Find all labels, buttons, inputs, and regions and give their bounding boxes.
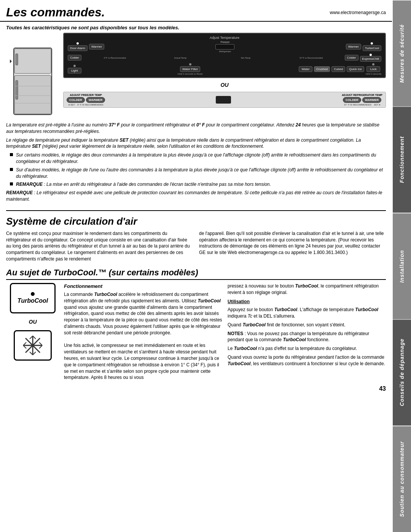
website-url: www.electromenagersge.ca xyxy=(330,10,386,15)
desc-para-1: La temperature est pré-réglée à l'usine … xyxy=(6,122,386,135)
refrig-warmer-btn[interactable]: WARMER xyxy=(362,97,381,103)
set-temp-label: Set Temp xyxy=(214,57,278,59)
turbocool-right: Fonctionnement La commande TurboCool acc… xyxy=(64,283,386,381)
right-tabs: Mesures de sécurité Fonctionnement Insta… xyxy=(393,0,411,532)
bullet-item-1: Sur certains modèles, le réglage des deu… xyxy=(6,152,386,165)
turbocool-icon-box xyxy=(14,330,52,361)
freezer-warmer-btn[interactable]: WARMER xyxy=(86,97,105,103)
light-btn[interactable]: Light xyxy=(68,68,81,73)
colder-btn-2[interactable]: Colder xyxy=(345,55,358,61)
svg-point-21 xyxy=(31,344,34,347)
main-content: Les commandes. www.electromenagersge.ca … xyxy=(0,0,392,395)
tab-soutien-label: Soutien au consommateur xyxy=(399,441,405,517)
cp-row-1: Door Alarm Warmer Freezer Refrigerator W… xyxy=(68,41,381,53)
page-title: Les commandes. xyxy=(6,5,105,19)
freezer-colder-btn[interactable]: COLDER xyxy=(67,97,85,103)
turbocool-right-cols: Fonctionnement La commande TurboCool acc… xyxy=(64,283,386,381)
freezer-adjust-label: ADJUST FREEZER TEMP xyxy=(70,94,102,96)
water-btn[interactable]: Water xyxy=(299,66,312,72)
adjust-temp-label: Adjust Temperature xyxy=(68,36,381,40)
warmer-btn-1[interactable]: Warmer xyxy=(89,44,104,50)
page-subtitle: Toutes les caractéristiques ne sont pas … xyxy=(0,22,392,33)
bullet-square-1 xyxy=(10,153,13,156)
right-col-text-2: Appuyez sur le bouton TurboCool. L'affic… xyxy=(228,307,386,320)
cp-row-2: Colder 0°F is Recommended Actual Temp Se… xyxy=(68,54,381,62)
right-col-text-1: pressez à nouveau sur le bouton TurboCoo… xyxy=(228,283,386,296)
zero-f-label: 0°F is Recommended xyxy=(83,57,147,59)
refrigerator-btns: COLDER WARMER xyxy=(343,97,381,103)
fonct-text-2: Une fois activé, le compresseur se met i… xyxy=(64,342,222,381)
cp-row-3: Light Water Filter Hold 3 seconds to Res… xyxy=(68,63,381,75)
fonct-text: La commande TurboCool accélère le refroi… xyxy=(64,291,222,336)
utilisation-title: Utilisation xyxy=(228,299,386,305)
tab-installation[interactable]: Installation xyxy=(393,213,411,319)
freezer-display-2 xyxy=(216,96,231,104)
turbocool-left: TurboCool OU xyxy=(6,283,59,381)
svg-rect-3 xyxy=(16,54,18,65)
fonct-title: Fonctionnement xyxy=(64,283,222,290)
page-header: Les commandes. www.electromenagersge.ca xyxy=(0,0,392,22)
turbocool-btn[interactable]: TurboCool xyxy=(363,45,381,51)
tab-installation-label: Installation xyxy=(399,250,405,283)
bullet-item-3: REMARQUE : La mise en arrêt du réfrigéra… xyxy=(6,181,386,188)
circulation-title: Système de circulation d'air xyxy=(0,213,392,229)
tab-fonctionnement[interactable]: Fonctionnement xyxy=(393,106,411,212)
ou-text-1: OU xyxy=(63,82,386,88)
freezer-adjust-section: ADJUST FREEZER TEMP COLDER WARMER ● SET … xyxy=(67,94,105,106)
turbocool-dot xyxy=(371,42,373,45)
turbocool-logo-text: TurboCool xyxy=(18,297,48,304)
lock-dot xyxy=(372,63,374,66)
description-block: La temperature est pré-réglée à l'usine … xyxy=(0,120,392,208)
right-col-text-4: NOTES : Vous ne pouvez pas changer la te… xyxy=(228,331,386,343)
warmer-btn-2[interactable]: Warmer xyxy=(346,44,361,50)
freezer-btns: COLDER WARMER xyxy=(67,97,105,103)
controls-area: Adjust Temperature Door Alarm Warmer Fre… xyxy=(0,33,392,120)
ou-text-2: OU xyxy=(29,319,37,325)
page-number: 43 xyxy=(0,383,392,395)
right-col-text-6: Quand vous ouvrez la porte du réfrigérat… xyxy=(228,354,386,367)
freezer-label: Freezer xyxy=(220,41,229,43)
hold-reset-label: Hold 3 seconds to Reset xyxy=(178,73,202,75)
turbocool-logo-box: TurboCool xyxy=(10,283,56,313)
fridge-image-box xyxy=(6,33,59,117)
tab-soutien[interactable]: Soutien au consommateur xyxy=(393,426,411,532)
bullet-square-2 xyxy=(10,168,13,171)
turbocool-section: Au sujet de TurboCool.™ (sur certains mo… xyxy=(0,265,392,383)
right-col-text-3: Quand TurboCool finit de fonctionner, so… xyxy=(228,322,386,328)
circulation-left-col: Ce système est conçu pour maximiser le r… xyxy=(6,230,193,262)
refrig-colder-btn[interactable]: COLDER xyxy=(343,97,361,103)
svg-rect-4 xyxy=(16,80,18,99)
tab-conseils[interactable]: Conseils de dépannage xyxy=(393,319,411,425)
bullet-text-3: REMARQUE : La mise en arrêt du réfrigéra… xyxy=(16,181,271,188)
bullet-text-2: Sur d'autres modèles, le réglage de l'un… xyxy=(16,167,386,180)
tab-securite-label: Mesures de sécurité xyxy=(399,24,405,83)
hold-seconds-label: Hold 3 seconds xyxy=(366,73,381,75)
door-alarm-btn[interactable]: Door Alarm xyxy=(68,45,88,51)
desc-para-2: Le réglage de température peut indiquer … xyxy=(6,137,386,150)
quick-ice-btn[interactable]: Quick Ice xyxy=(347,66,364,72)
turbocool-body: TurboCool OU xyxy=(6,283,386,381)
actual-temp-label: Actual Temp xyxy=(148,57,212,59)
cubed-btn[interactable]: Cubed xyxy=(331,66,345,72)
colder-btn-1[interactable]: Colder xyxy=(68,55,81,61)
svg-rect-1 xyxy=(14,49,51,73)
turbocool-right-col: pressez à nouveau sur le bouton TurboCoo… xyxy=(228,283,386,381)
thirty-seven-label: 37°F is Recommended xyxy=(279,57,343,59)
svg-marker-5 xyxy=(10,59,12,63)
water-filter-btn[interactable]: Water Filter xyxy=(180,66,200,72)
fridge-diagram xyxy=(10,40,56,117)
freezer-set-label: ● SET 0° F IS RECOMMENDED xyxy=(68,104,104,106)
tab-conseils-label: Conseils de dépannage xyxy=(399,339,405,406)
bullet-text-1: Sur certains modèles, le réglage des deu… xyxy=(16,152,386,165)
tab-securite[interactable]: Mesures de sécurité xyxy=(393,0,411,106)
bottom-control-panel: ADJUST FREEZER TEMP COLDER WARMER ● SET … xyxy=(63,92,386,108)
water-filter-dot xyxy=(189,63,191,66)
bullet-square-3 xyxy=(10,182,13,185)
expresschill-btn[interactable]: ExpressChill xyxy=(360,56,381,62)
svg-rect-2 xyxy=(14,75,51,114)
crushed-btn[interactable]: Crushed xyxy=(314,66,330,72)
freezer-display xyxy=(215,44,234,50)
turbocool-title: Au sujet de TurboCool.™ (sur certains mo… xyxy=(6,268,386,280)
lock-btn[interactable]: Lock xyxy=(366,66,380,72)
refrigerator-adjust-label: ADJUST REFRIGERATOR TEMP xyxy=(342,94,382,96)
